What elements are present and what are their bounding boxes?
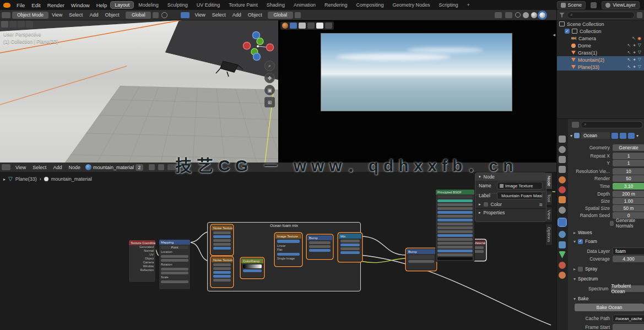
material-ball-icon[interactable] [282, 23, 288, 29]
breadcrumb-material[interactable]: mountain_material [51, 176, 92, 182]
outliner-filter-icon[interactable] [637, 12, 642, 18]
collapse-caret-icon[interactable]: ▸ [479, 202, 481, 207]
node-view-menu[interactable]: View [12, 165, 29, 170]
cache-path-field[interactable]: //ocean_cache [613, 315, 644, 322]
node-select-menu[interactable]: Select [29, 165, 50, 170]
right-select-menu[interactable]: Select [209, 12, 229, 18]
breadcrumb-caret-icon[interactable]: ▸ [3, 177, 6, 182]
tab-object-icon[interactable] [559, 196, 566, 203]
collapse-caret-icon[interactable]: ▸ [573, 267, 576, 272]
editor-type-icon[interactable] [2, 12, 10, 18]
collection-checkbox[interactable]: ✓ [565, 29, 570, 34]
camera-view-gadget[interactable]: ▣ [264, 85, 275, 95]
workspace-tab-rendering[interactable]: Rendering [321, 2, 351, 8]
shading-solid-icon[interactable] [523, 12, 529, 18]
node-label-field[interactable]: Mountain Foam Mask [497, 192, 543, 199]
node-name-field[interactable]: Image Texture [497, 182, 543, 190]
object-menu[interactable]: Object [101, 12, 122, 18]
waves-section[interactable]: Waves [578, 230, 592, 235]
workspace-tab-animation[interactable]: Animation [290, 2, 320, 8]
menu-window[interactable]: Window [68, 2, 93, 8]
modifier-name-field[interactable]: Ocean [581, 132, 610, 139]
node-noise-texture-2[interactable]: Noise Texture [211, 257, 233, 287]
view-layer-selector[interactable]: ViewLayer [602, 1, 640, 9]
collapse-caret-icon[interactable]: ▸ [573, 230, 576, 235]
geometry-dropdown[interactable]: Generate [613, 144, 644, 151]
move-tool-icon[interactable] [18, 21, 25, 28]
blender-logo-icon[interactable] [3, 3, 10, 8]
material-name[interactable]: mountain_material [93, 165, 134, 170]
shading-wireframe-icon[interactable] [515, 12, 521, 18]
material-users-count[interactable]: 2 [136, 164, 143, 171]
outliner-search-input[interactable]: ⌕ [567, 12, 635, 19]
modifier-extras-icon[interactable]: ▾ [636, 133, 638, 138]
color-checkbox[interactable] [484, 202, 488, 207]
breadcrumb-object[interactable]: Plane(33) [15, 176, 37, 182]
tab-physics-icon[interactable] [559, 231, 566, 238]
snap-magnet-icon[interactable] [153, 12, 159, 18]
proportional-edit-icon[interactable] [161, 12, 167, 18]
add-workspace-button[interactable]: + [463, 2, 474, 8]
spray-section[interactable]: Spray [585, 266, 597, 272]
workspace-tab-uv-editing[interactable]: UV Editing [193, 2, 224, 8]
workspace-tab-shading[interactable]: Shading [263, 2, 289, 8]
selectability-icon[interactable]: ↖ [627, 50, 631, 55]
list-icon[interactable]: ≣ [539, 202, 543, 207]
right-editor-type-icon[interactable] [181, 12, 190, 18]
mode-dropdown[interactable]: Object Mode [12, 12, 48, 19]
collapse-caret-icon[interactable]: ▸ [479, 210, 481, 215]
ramp-gradient[interactable] [243, 264, 262, 268]
outliner-row-dome[interactable]: Dome ↖✦▽ [557, 42, 644, 49]
modifier-realtime-toggle[interactable] [620, 133, 626, 139]
expand-caret-icon[interactable]: ▾ [570, 133, 572, 138]
tab-texture-icon[interactable] [559, 272, 566, 279]
overlays-toggle-icon[interactable] [505, 12, 512, 18]
node-node-menu[interactable]: Node [65, 165, 84, 170]
menu-file[interactable]: File [13, 2, 28, 8]
repeat-y-field[interactable]: 1 [613, 160, 644, 166]
workspace-tab-sculpting[interactable]: Sculpting [164, 2, 192, 8]
outliner-row-grass[interactable]: Grass(1) ↖✦▽ [557, 49, 644, 56]
tab-modifiers-wrench-icon[interactable] [559, 219, 566, 226]
tab-material-icon[interactable] [559, 262, 566, 269]
workspace-tab-layout[interactable]: Layout [111, 2, 133, 8]
viewport-canvas[interactable]: User Perspective (1) Collection | Plane(… [0, 20, 278, 163]
tab-scene-icon[interactable] [559, 176, 566, 183]
pan-gadget[interactable]: ✥ [264, 73, 275, 83]
selectability-icon[interactable]: ↖ [627, 64, 631, 69]
menu-render[interactable]: Render [44, 2, 68, 8]
orientation-dropdown[interactable]: Global [126, 12, 151, 19]
workspace-tab-modeling[interactable]: Modeling [134, 2, 163, 8]
cursor-tool-icon[interactable] [9, 21, 17, 28]
node-canvas[interactable]: ▸ ▽ Plane(33) › mountain_material [0, 172, 556, 330]
node-principled-bsdf[interactable]: Principled BSDF [435, 189, 475, 262]
tab-output-icon[interactable] [559, 156, 566, 163]
image-datablock[interactable] [277, 240, 300, 243]
right-snap-magnet-icon[interactable] [295, 12, 301, 18]
select-box-tool-icon[interactable] [1, 21, 8, 28]
size-field[interactable]: 1.00 [613, 198, 644, 204]
right-view-menu[interactable]: View [191, 12, 208, 18]
tab-particles-icon[interactable] [559, 207, 566, 214]
spectrum-section[interactable]: Spectrum [578, 276, 598, 282]
workspace-tab-texture-paint[interactable]: Texture Paint [225, 2, 262, 8]
scene-selector[interactable]: Scene [557, 1, 586, 9]
resolution-render-field[interactable]: 50 [613, 175, 644, 182]
right-object-menu[interactable]: Object [245, 12, 266, 18]
outliner-row-scene-collection[interactable]: Scene Collection [557, 20, 644, 28]
workspace-tab-geometry-nodes[interactable]: Geometry Nodes [388, 2, 434, 8]
outliner-row-mountain[interactable]: Mountain(2) ↖✦▽ [557, 56, 644, 63]
expand-caret-icon[interactable]: ▾ [573, 239, 576, 244]
display-mode-5-icon[interactable] [325, 23, 332, 29]
new-scene-icon[interactable] [591, 2, 597, 8]
view-menu[interactable]: View [48, 12, 66, 18]
node-add-menu[interactable]: Add [50, 165, 65, 170]
region-collapse-arrow-icon[interactable]: ◂ [553, 32, 555, 37]
node-mapping[interactable]: Mapping Point Location Rotation Scale [159, 239, 191, 290]
node-colorramp[interactable]: ColorRamp [241, 258, 264, 278]
resolution-viewport-field[interactable]: 10 [613, 168, 644, 175]
mapping-type-dropdown[interactable]: Point [161, 246, 188, 249]
shading-rendered-icon[interactable] [539, 12, 545, 18]
spectrum-dropdown[interactable]: Turbulent Ocean [611, 285, 644, 292]
node-bump-1[interactable]: Bump [307, 235, 333, 259]
